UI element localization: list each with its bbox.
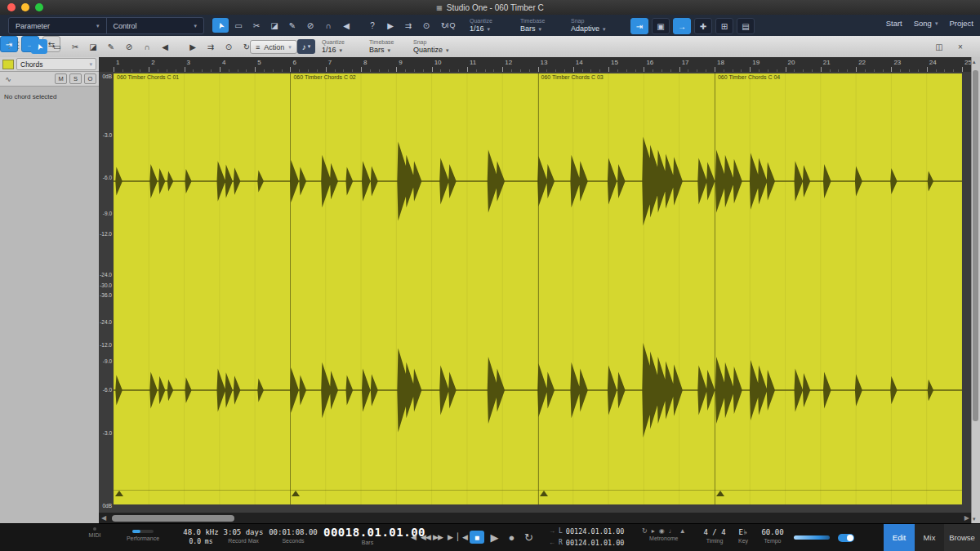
fast-forward-button[interactable]: ▶▶ <box>433 530 443 544</box>
dock-icon[interactable]: ▣ <box>652 18 670 34</box>
minimize-window-button[interactable] <box>21 3 29 11</box>
scroll-up-icon[interactable]: ▴ <box>973 59 976 65</box>
close-window-button[interactable] <box>7 3 16 11</box>
track-color-chip[interactable] <box>2 60 14 69</box>
action-menu-button[interactable]: ≡ Action ▾ <box>250 40 297 54</box>
tempo-display[interactable]: 60.00 Tempo <box>756 527 789 545</box>
track-name-dropdown[interactable]: Chords ▾ <box>16 58 96 70</box>
stop-button[interactable]: ■ <box>470 531 484 544</box>
keyboard-icon[interactable]: ▤ <box>737 18 755 34</box>
volume-tool[interactable]: ◀ <box>157 39 173 54</box>
help-icon[interactable]: ? <box>364 18 381 33</box>
listen-tool[interactable]: ∩ <box>139 39 155 54</box>
mix-view-button[interactable]: Mix <box>915 524 944 551</box>
grid-layout-icon[interactable]: ⊞ <box>715 18 733 34</box>
start-page-button[interactable]: Start <box>886 19 902 28</box>
edit-view-button[interactable]: Edit <box>884 524 915 551</box>
loop-locators[interactable]: → L 00124.01.01.00 ← R 00124.01.01.00 <box>549 526 624 549</box>
quantize-dropdown[interactable]: Quantize 1/16▾ <box>470 17 492 33</box>
follow-playhead-icon[interactable]: → <box>673 18 691 34</box>
time-signature-display[interactable]: 4 / 4 Timing <box>701 527 728 545</box>
song-page-button[interactable]: Song▾ <box>914 19 938 28</box>
off-button[interactable]: O <box>84 73 96 84</box>
arrow-tool[interactable]: ➤ <box>31 39 47 54</box>
editor-quantize-dropdown[interactable]: Quantize 1/16▾ <box>322 38 330 47</box>
project-page-button[interactable]: Project <box>949 19 973 28</box>
ruler-bar-label: 8 <box>363 59 367 66</box>
zoom-icon[interactable]: ⊙ <box>418 18 434 33</box>
vertical-scroll-thumb[interactable] <box>973 70 978 421</box>
listen-tool[interactable]: ∩ <box>320 18 336 33</box>
loop-button[interactable]: ↻ <box>521 530 536 544</box>
scroll-left-icon[interactable]: ◀ <box>101 514 106 522</box>
keyboard-icon: ▤ <box>742 22 749 31</box>
event-fade-handle[interactable] <box>292 491 300 496</box>
play-from-cursor-icon[interactable]: ▶ <box>382 18 399 33</box>
event-fade-handle[interactable] <box>115 491 123 496</box>
editor-timebase-dropdown[interactable]: Timebase Bars▾ <box>369 38 377 47</box>
output-level-slider[interactable] <box>794 535 830 540</box>
snap-toggle-icon[interactable]: ⇥ <box>630 18 648 34</box>
scroll-down-icon[interactable]: ▾ <box>973 516 976 522</box>
performance-meter[interactable]: Performance <box>113 527 173 543</box>
secondary-time-display[interactable]: 00:01:08.00 Seconds <box>268 527 318 545</box>
split-tool[interactable]: ✂ <box>67 39 83 54</box>
mute-button[interactable]: M <box>55 73 67 84</box>
eraser-tool[interactable]: ◪ <box>266 18 283 33</box>
mute-tool[interactable]: ⊘ <box>121 39 137 54</box>
mute-tool[interactable]: ⊘ <box>302 18 318 33</box>
quantize-note-button[interactable]: ♪ ▾ <box>297 39 315 54</box>
arrow-tool[interactable]: ➤ <box>212 18 229 33</box>
audio-event-lane[interactable]: 060 Timber Chords C 01060 Timber Chords … <box>114 73 962 504</box>
tap-tempo-icon[interactable]: ↻ <box>642 527 648 535</box>
event-fade-handle[interactable] <box>716 491 724 496</box>
vertical-scrollbar[interactable]: ▴ ▾ <box>971 57 980 524</box>
dock-panel-icon[interactable]: ◫ <box>931 39 947 54</box>
prev-marker-button[interactable]: ◀ <box>408 530 418 544</box>
play-from-cursor-icon: ▶ <box>189 42 196 51</box>
precount-icon[interactable]: ▸ <box>652 527 655 535</box>
paint-tool[interactable]: ✎ <box>103 39 119 54</box>
autoscroll-icon[interactable]: ⇉ <box>400 18 416 33</box>
play-from-cursor-icon[interactable]: ▶ <box>185 39 201 54</box>
click-icon[interactable]: ♩ <box>669 527 675 535</box>
chevron-down-icon: ▾ <box>340 46 343 55</box>
range-tool[interactable]: ▭ <box>49 39 65 54</box>
key-display[interactable]: E♭ Key <box>733 527 753 545</box>
monitor-toggle[interactable] <box>838 534 854 542</box>
drag-handle-icon[interactable]: ⋮⋮ <box>5 40 23 51</box>
horizontal-scrollbar[interactable]: ◀ ▶ <box>99 513 972 524</box>
ruler-bar-label: 22 <box>858 59 866 66</box>
event-fade-handle[interactable] <box>540 491 548 496</box>
zoom-icon[interactable]: ⊙ <box>220 39 237 54</box>
range-tool[interactable]: ▭ <box>230 18 247 33</box>
browse-view-button[interactable]: Browse <box>944 524 980 551</box>
editor-snap-dropdown[interactable]: Snap Quantize▾ <box>413 38 421 47</box>
volume-tool[interactable]: ◀ <box>338 18 354 33</box>
snap-dropdown[interactable]: Snap Adaptive▾ <box>571 17 606 33</box>
solo-button[interactable]: S <box>69 73 82 84</box>
rewind-button[interactable]: ◀◀ <box>421 530 430 544</box>
next-marker-button[interactable]: ▶ <box>445 530 455 544</box>
autoscroll-icon[interactable]: ⇉ <box>203 39 219 54</box>
control-dropdown[interactable]: Control ▾ <box>107 18 204 33</box>
play-button[interactable]: ▶ <box>487 530 501 544</box>
eraser-tool[interactable]: ◪ <box>85 39 101 54</box>
accent-icon[interactable]: ▲ <box>679 527 686 535</box>
metronome-record-icon[interactable]: ◉ <box>659 527 665 535</box>
timebase-dropdown[interactable]: Timebase Bars▾ <box>520 17 545 33</box>
input-quantize-button[interactable]: IQ <box>447 21 457 29</box>
close-icon[interactable]: × <box>952 39 969 54</box>
scroll-right-icon[interactable]: ▶ <box>964 514 969 522</box>
horizontal-scroll-thumb[interactable] <box>112 515 234 522</box>
record-button[interactable]: ● <box>504 530 519 544</box>
main-time-display[interactable]: 00018.01.01.00 Bars <box>323 527 412 547</box>
crosshair-icon[interactable]: ✚ <box>694 18 712 34</box>
parameter-dropdown[interactable]: Parameter ▾ <box>9 18 107 33</box>
timeline-ruler[interactable]: 1234567891011121314151617181920212223242… <box>99 57 972 73</box>
return-to-zero-button[interactable]: ▏◀ <box>457 530 467 544</box>
metronome-section[interactable]: ↻▸◉♩▲ Metronome <box>642 527 686 543</box>
paint-tool[interactable]: ✎ <box>284 18 301 33</box>
split-tool[interactable]: ✂ <box>248 18 265 33</box>
zoom-window-button[interactable] <box>35 3 43 11</box>
